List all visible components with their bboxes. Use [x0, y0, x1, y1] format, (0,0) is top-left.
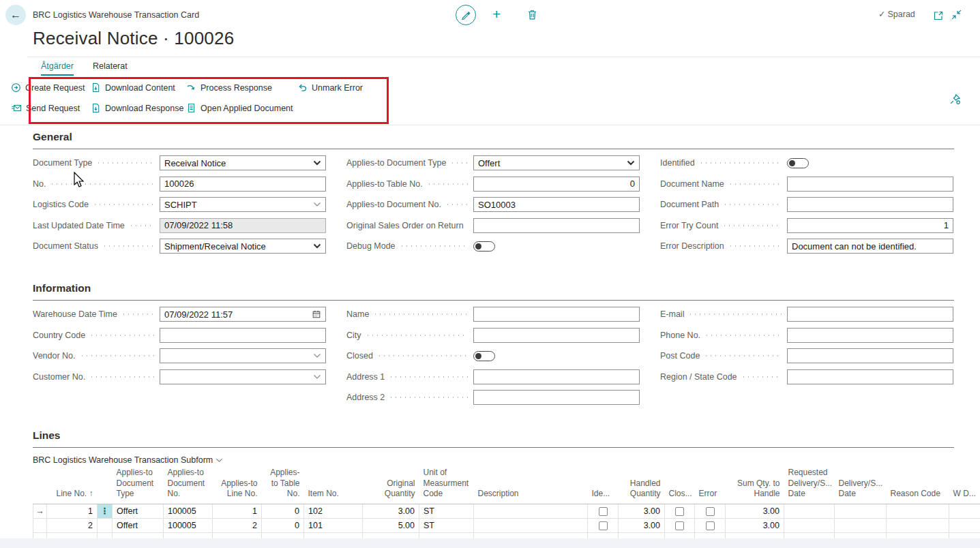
applies-to-table-no-input[interactable] — [473, 177, 640, 192]
cell-delivery-date[interactable] — [835, 504, 887, 518]
no-input[interactable] — [160, 177, 326, 192]
col-identified[interactable]: Ide... — [588, 466, 619, 504]
cell-applies-doc-no[interactable]: 100005 — [164, 518, 213, 532]
cell-wd[interactable] — [949, 518, 980, 532]
city-input[interactable] — [473, 328, 640, 343]
col-applies-doc-type[interactable]: Applies-to Document Type — [113, 466, 164, 504]
col-handled-qty[interactable]: Handled Quantity — [619, 466, 665, 504]
cell-applies-doc-no[interactable]: 100005 — [164, 504, 213, 518]
cell-sum-qty[interactable]: 3.00 — [726, 518, 784, 532]
col-item-no[interactable]: Item No. — [304, 466, 363, 504]
vendor-no-lookup[interactable] — [160, 348, 326, 363]
applies-to-table-no-label: Applies-to Table No. — [346, 179, 423, 189]
warehouse-date-time-field[interactable]: 07/09/2022 11:57 — [160, 307, 326, 322]
country-code-input[interactable] — [160, 328, 326, 343]
cell-applies-table-no[interactable]: 0 — [262, 518, 304, 532]
col-req-delivery-date[interactable]: Requested Delivery/S... Date — [784, 466, 835, 504]
cell-description[interactable] — [474, 518, 588, 532]
applies-to-document-no-input[interactable] — [473, 197, 640, 212]
information-section-header[interactable]: Information — [33, 282, 954, 301]
delete-button[interactable] — [526, 8, 538, 20]
horizontal-scrollbar[interactable] — [0, 538, 980, 548]
document-status-select[interactable]: Shipment/Receival Notice — [160, 239, 326, 254]
email-input[interactable] — [787, 307, 953, 322]
identified-checkbox[interactable] — [599, 507, 608, 516]
col-error[interactable]: Error — [695, 466, 726, 504]
tab-atgarder[interactable]: Åtgärder — [41, 61, 74, 76]
open-in-new-window-button[interactable] — [933, 9, 944, 21]
cell-line-no[interactable]: 1 — [47, 504, 98, 518]
cell-item-no[interactable]: 102 — [304, 504, 363, 518]
cell-reason-code[interactable] — [887, 518, 949, 532]
cell-uom[interactable]: ST — [419, 504, 474, 518]
debug-mode-toggle[interactable] — [473, 241, 495, 252]
cell-req-delivery-date[interactable] — [784, 518, 835, 532]
document-type-select[interactable]: Receival Notice — [160, 155, 326, 170]
col-applies-table-no[interactable]: Applies-to Table No. — [262, 466, 304, 504]
cell-sum-qty[interactable]: 3.00 — [726, 504, 784, 518]
cell-item-no[interactable]: 101 — [304, 518, 363, 532]
name-input[interactable] — [473, 307, 640, 322]
cell-handled-qty[interactable]: 3.00 — [619, 518, 665, 532]
calendar-icon[interactable] — [312, 309, 321, 319]
add-button[interactable]: + — [492, 6, 501, 22]
error-checkbox[interactable] — [706, 521, 715, 530]
applies-to-document-type-select[interactable]: Offert — [473, 155, 640, 170]
region-state-code-input[interactable] — [787, 369, 953, 384]
col-reason-code[interactable]: Reason Code — [887, 466, 949, 504]
post-code-input[interactable] — [787, 348, 953, 363]
cell-original-qty[interactable]: 5.00 — [363, 518, 419, 532]
logistics-code-lookup[interactable]: SCHIPT — [160, 197, 326, 212]
subform-title[interactable]: BRC Logistics Warehouse Transaction Subf… — [33, 455, 223, 465]
cell-wd[interactable] — [949, 504, 980, 518]
phone-no-input[interactable] — [787, 328, 953, 343]
col-description[interactable]: Description — [474, 466, 588, 504]
address-2-input[interactable] — [473, 390, 640, 405]
col-applies-doc-no[interactable]: Applies-to Document No. — [164, 466, 213, 504]
cell-applies-line-no[interactable]: 1 — [213, 504, 262, 518]
col-original-qty[interactable]: Original Quantity — [363, 466, 419, 504]
cell-handled-qty[interactable]: 3.00 — [619, 504, 665, 518]
customer-no-lookup[interactable] — [160, 369, 326, 384]
error-description-input[interactable] — [787, 239, 953, 254]
collapse-view-button[interactable] — [951, 8, 962, 20]
closed-checkbox[interactable] — [675, 507, 684, 516]
row-menu-icon[interactable]: ⋮ — [98, 504, 113, 518]
col-delivery-date[interactable]: Delivery/S... Date — [835, 466, 887, 504]
pin-actionbar-button[interactable] — [949, 93, 961, 105]
identified-toggle[interactable] — [787, 158, 809, 168]
document-path-input[interactable] — [787, 197, 953, 212]
cell-description[interactable] — [474, 504, 588, 518]
edit-button[interactable] — [456, 5, 476, 25]
cell-delivery-date[interactable] — [835, 518, 887, 532]
cell-original-qty[interactable]: 3.00 — [363, 504, 419, 518]
col-sum-qty[interactable]: Sum Qty. to Handle — [726, 466, 784, 504]
closed-checkbox[interactable] — [675, 521, 684, 530]
col-applies-line-no[interactable]: Applies-to Line No. — [213, 466, 262, 504]
cell-applies-line-no[interactable]: 2 — [213, 518, 262, 532]
chevron-down-icon — [313, 160, 321, 166]
cell-applies-doc-type[interactable]: Offert — [113, 504, 164, 518]
cell-line-no[interactable]: 2 — [47, 518, 98, 532]
col-closed[interactable]: Clos... — [665, 466, 695, 504]
original-sales-order-on-return-input[interactable] — [473, 218, 640, 233]
col-line-no[interactable]: Line No. ↑ — [47, 466, 98, 504]
back-button[interactable]: ← — [5, 5, 26, 25]
cell-applies-table-no[interactable]: 0 — [262, 504, 304, 518]
general-section: General Document Type Receival Notice No… — [33, 131, 954, 274]
identified-checkbox[interactable] — [599, 521, 608, 530]
error-checkbox[interactable] — [706, 507, 715, 516]
closed-toggle[interactable] — [473, 351, 495, 361]
cell-req-delivery-date[interactable] — [784, 504, 835, 518]
general-section-header[interactable]: General — [33, 131, 954, 149]
document-name-input[interactable] — [787, 177, 953, 192]
error-try-count-input[interactable] — [787, 218, 953, 233]
lines-section-header[interactable]: Lines — [33, 429, 954, 448]
cell-applies-doc-type[interactable]: Offert — [113, 518, 164, 532]
address-1-input[interactable] — [473, 369, 640, 384]
cell-uom[interactable]: ST — [419, 518, 474, 532]
col-wd[interactable]: W D... — [949, 466, 980, 504]
tab-relaterat[interactable]: Relaterat — [93, 61, 128, 76]
cell-reason-code[interactable] — [887, 504, 949, 518]
col-uom[interactable]: Unit of Measurment Code — [419, 466, 474, 504]
